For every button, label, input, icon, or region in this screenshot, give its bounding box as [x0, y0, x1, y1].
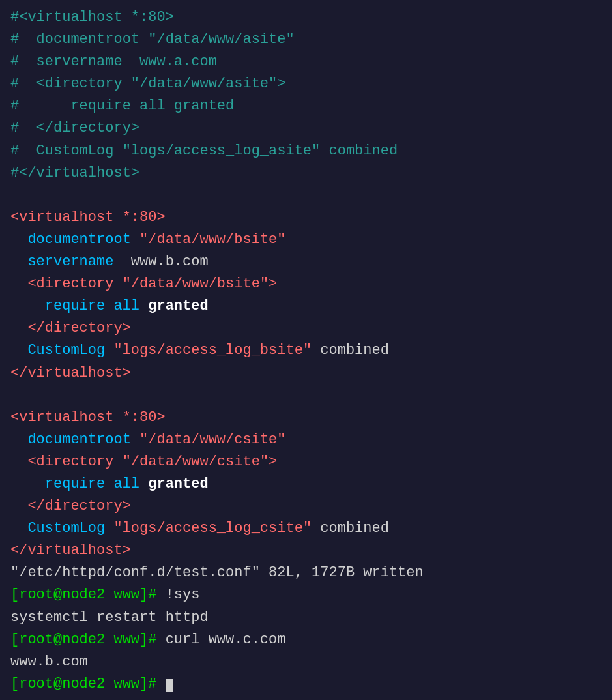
- code-line-2: # documentroot "/data/www/asite": [10, 29, 602, 51]
- customlog-keyword-b: CustomLog: [27, 342, 105, 358]
- code-line-29: [root@node2 www]#: [10, 673, 602, 695]
- code-line-7: # CustomLog "logs/access_log_asite" comb…: [10, 140, 602, 162]
- code-line-19: <directory "/data/www/csite">: [10, 451, 602, 473]
- code-line-1: #<virtualhost *:80>: [10, 7, 602, 29]
- require-keyword-b: require all: [45, 298, 139, 314]
- file-written-msg: "/etc/httpd/conf.d/test.conf" 82L, 1727B…: [10, 564, 424, 581]
- code-line-8: #</virtualhost>: [10, 162, 602, 184]
- code-line-9: <virtualhost *:80>: [10, 207, 602, 229]
- code-line-18: documentroot "/data/www/csite": [10, 429, 602, 451]
- code-line-21: </directory>: [10, 495, 602, 518]
- vhost-open-c: <virtualhost *:80>: [10, 409, 166, 426]
- code-line-16: </virtualhost>: [10, 362, 602, 385]
- terminal-cursor: [166, 679, 173, 692]
- comment-docroot-a: # documentroot "/data/www/asite": [10, 31, 295, 48]
- directory-open-c: <directory "/data/www/csite">: [27, 454, 277, 470]
- code-line-3: # servername www.a.com: [10, 51, 602, 73]
- code-line-6: # </directory>: [10, 117, 602, 139]
- servername-value-b: www.b.com: [131, 254, 209, 270]
- directory-close-b: </directory>: [27, 320, 130, 336]
- prompt-29: [root@node2 www]#: [10, 676, 156, 692]
- prompt-25: [root@node2 www]#: [10, 587, 156, 603]
- dir-string-b: "/data/www/bsite": [123, 276, 269, 292]
- cmd-curl: curl www.c.com: [166, 632, 286, 648]
- code-line-10: documentroot "/data/www/bsite": [10, 229, 602, 251]
- comment-hash: #<virtualhost *:80>: [10, 9, 174, 25]
- vhost-close-b: </virtualhost>: [10, 365, 131, 381]
- code-line-26: systemctl restart httpd: [10, 607, 602, 629]
- curl-result: www.b.com: [10, 654, 88, 670]
- comment-customlog-a: # CustomLog "logs/access_log_asite" comb…: [10, 143, 398, 159]
- customlog-string-c: "logs/access_log_csite": [113, 520, 312, 536]
- systemctl-cmd: systemctl restart httpd: [10, 609, 209, 626]
- code-line-27: [root@node2 www]# curl www.c.com: [10, 629, 602, 651]
- customlog-string-b: "logs/access_log_bsite": [113, 342, 312, 358]
- dir-string-c: "/data/www/csite": [123, 454, 269, 470]
- customlog-combined-c: combined: [320, 520, 389, 536]
- code-line-25: [root@node2 www]# !sys: [10, 584, 602, 606]
- code-line-24: "/etc/httpd/conf.d/test.conf" 82L, 1727B…: [10, 562, 602, 584]
- blank-line-1: [10, 184, 602, 207]
- docroot-string-b: "/data/www/bsite": [139, 231, 285, 248]
- docroot-keyword-c: documentroot: [27, 431, 130, 448]
- require-keyword-c: require all: [45, 476, 139, 492]
- blank-line-2: [10, 385, 602, 407]
- code-line-23: </virtualhost>: [10, 540, 602, 562]
- vhost-open-b: <virtualhost *:80>: [10, 209, 166, 226]
- docroot-string-c: "/data/www/csite": [139, 431, 285, 448]
- code-line-12: <directory "/data/www/bsite">: [10, 273, 602, 295]
- comment-require-a: # require all granted: [10, 98, 234, 114]
- code-line-22: CustomLog "logs/access_log_csite" combin…: [10, 518, 602, 540]
- comment-directory-a: # <directory "/data/www/asite">: [10, 76, 285, 92]
- directory-close-c: </directory>: [27, 498, 130, 514]
- customlog-combined-b: combined: [320, 342, 389, 358]
- customlog-keyword-c: CustomLog: [27, 520, 105, 536]
- docroot-keyword-b: documentroot: [27, 231, 130, 248]
- cmd-sys: !sys: [166, 587, 200, 603]
- terminal: #<virtualhost *:80> # documentroot "/dat…: [10, 7, 602, 700]
- prompt-27: [root@node2 www]#: [10, 632, 156, 648]
- granted-c: granted: [148, 476, 208, 492]
- comment-vhost-close-a: #</virtualhost>: [10, 165, 139, 181]
- vhost-close-c: </virtualhost>: [10, 542, 131, 559]
- code-line-20: require all granted: [10, 473, 602, 495]
- granted-b: granted: [148, 298, 208, 314]
- code-line-11: servername www.b.com: [10, 251, 602, 273]
- comment-dir-close-a: # </directory>: [10, 120, 139, 136]
- code-line-13: require all granted: [10, 295, 602, 317]
- servername-keyword-b: servername: [27, 254, 113, 270]
- code-line-15: CustomLog "logs/access_log_bsite" combin…: [10, 340, 602, 362]
- directory-open-b: <directory "/data/www/bsite">: [27, 276, 277, 292]
- code-line-4: # <directory "/data/www/asite">: [10, 73, 602, 95]
- code-line-14: </directory>: [10, 317, 602, 340]
- comment-servername-a: # servername www.a.com: [10, 53, 217, 70]
- code-line-5: # require all granted: [10, 95, 602, 117]
- code-line-17: <virtualhost *:80>: [10, 407, 602, 429]
- code-line-28: www.b.com: [10, 651, 602, 673]
